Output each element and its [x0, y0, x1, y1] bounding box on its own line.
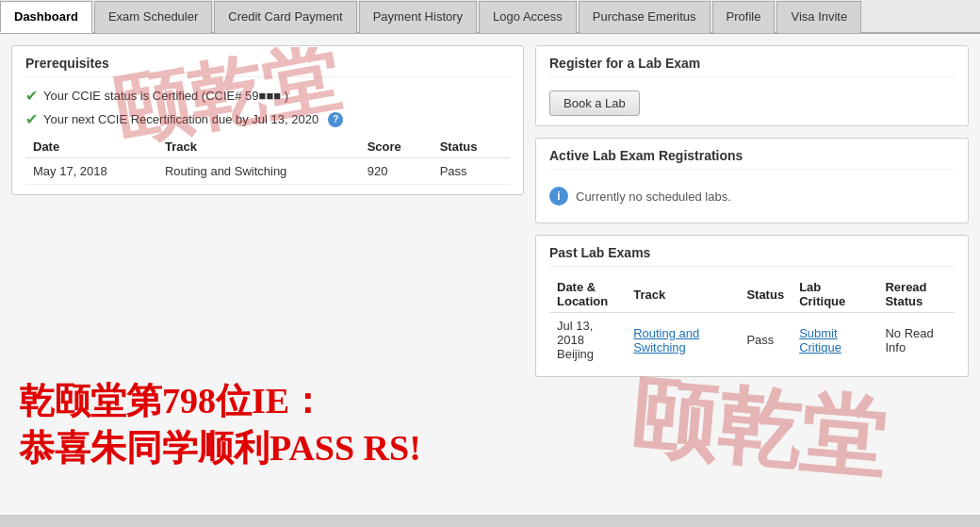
no-labs-message: i Currently no scheduled labs.: [549, 179, 955, 213]
past-row-status: Pass: [739, 313, 792, 368]
tab-dashboard[interactable]: Dashboard: [0, 1, 92, 33]
tab-payment-history[interactable]: Payment History: [359, 1, 477, 33]
past-col-date: Date &Location: [549, 276, 626, 313]
past-exams-section: Past Lab Exams Date &Location Track Stat…: [535, 235, 969, 377]
past-exams-table: Date &Location Track Status LabCritique …: [549, 276, 955, 367]
prerequisites-title: Prerequisites: [25, 56, 510, 77]
col-date: Date: [25, 136, 157, 158]
prerequisites-section: Prerequisites ✔ Your CCIE status is Cert…: [11, 45, 524, 195]
past-col-status: Status: [739, 276, 792, 313]
right-panel: Register for a Lab Exam Book a Lab Activ…: [535, 45, 969, 503]
tab-purchase-emeritus[interactable]: Purchase Emeritus: [579, 1, 710, 33]
row-track: Routing and Switching: [157, 158, 360, 185]
past-row-date: Jul 13, 2018: [557, 319, 593, 347]
tab-exam-scheduler[interactable]: Exam Scheduler: [94, 1, 212, 33]
submit-critique-link[interactable]: Submit Critique: [799, 326, 841, 354]
past-row-track: Routing and Switching: [626, 313, 739, 368]
register-section: Register for a Lab Exam Book a Lab: [535, 45, 969, 126]
info-icon[interactable]: ?: [328, 112, 343, 127]
check-icon-1: ✔: [25, 87, 38, 105]
past-exams-title: Past Lab Exams: [549, 245, 955, 267]
past-row-reread: No Read Info: [877, 313, 955, 368]
active-registrations-title: Active Lab Exam Registrations: [549, 148, 955, 170]
tab-visa-invite[interactable]: Visa Invite: [776, 1, 861, 33]
tab-bar: Dashboard Exam Scheduler Credit Card Pay…: [0, 0, 980, 34]
past-row-location: Beijing: [557, 347, 594, 361]
tab-credit-card-payment[interactable]: Credit Card Payment: [214, 1, 356, 33]
col-track: Track: [157, 136, 360, 158]
prereq-text-1: Your CCIE status is Certified (CCIE# 59■…: [43, 89, 288, 103]
row-score: 920: [360, 158, 433, 185]
prereq-item-1: ✔ Your CCIE status is Certified (CCIE# 5…: [25, 87, 510, 105]
row-date: May 17, 2018: [25, 158, 157, 185]
col-score: Score: [360, 136, 433, 158]
main-content: Prerequisites ✔ Your CCIE status is Cert…: [0, 34, 980, 515]
active-registrations-section: Active Lab Exam Registrations i Currentl…: [535, 138, 969, 223]
past-col-reread: RereadStatus: [877, 276, 955, 313]
row-status: Pass: [433, 158, 510, 185]
register-title: Register for a Lab Exam: [549, 56, 955, 77]
past-exam-row: Jul 13, 2018 Beijing Routing and Switchi…: [549, 313, 955, 368]
past-col-critique: LabCritique: [792, 276, 877, 313]
no-labs-text: Currently no scheduled labs.: [576, 189, 731, 204]
check-icon-2: ✔: [25, 110, 38, 128]
book-lab-button[interactable]: Book a Lab: [549, 91, 640, 116]
past-col-track: Track: [626, 276, 739, 313]
prereq-table: Date Track Score Status May 17, 2018 Rou…: [25, 136, 510, 185]
prereq-item-2: ✔ Your next CCIE Recertification due by …: [25, 110, 510, 128]
past-row-date-location: Jul 13, 2018 Beijing: [549, 313, 626, 368]
col-status: Status: [433, 136, 510, 158]
prereq-text-2: Your next CCIE Recertification due by Ju…: [43, 112, 318, 126]
info-circle-icon: i: [549, 187, 568, 206]
left-panel: Prerequisites ✔ Your CCIE status is Cert…: [11, 45, 524, 503]
tab-profile[interactable]: Profile: [712, 1, 776, 33]
table-row: May 17, 2018 Routing and Switching 920 P…: [25, 158, 510, 185]
past-row-critique: Submit Critique: [792, 313, 877, 368]
past-row-track-link[interactable]: Routing and Switching: [633, 326, 699, 354]
tab-logo-access[interactable]: Logo Access: [479, 1, 577, 33]
